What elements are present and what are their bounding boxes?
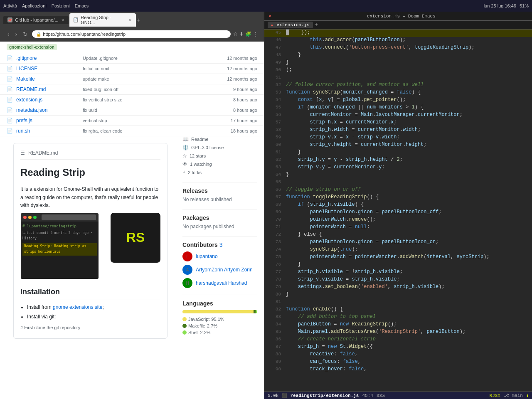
line-content: strip_h.y = y - strip_h.height / 2;: [286, 157, 529, 163]
browser-tab-github[interactable]: 🐙 GitHub - lupantano/... ✕: [3, 16, 69, 24]
contributor-name-3[interactable]: harshadgavali Harshad: [196, 280, 247, 286]
file-commit: fix uuid: [83, 108, 216, 113]
lock-icon: 🔒: [36, 32, 41, 37]
forward-button[interactable]: ›: [14, 30, 19, 38]
code-line-61: 61 }: [264, 149, 532, 157]
contributor-1[interactable]: L lupantano: [182, 251, 257, 261]
code-line-54: 54 const [x, y] = global.get_pointer();: [264, 97, 532, 104]
modeline-error-icon: ⬛: [282, 393, 287, 398]
browser-tab-reading[interactable]: 📄 Reading Strip - GNO... ✕: [69, 13, 136, 27]
code-line-51: 51: [264, 74, 532, 82]
code-line-71: 71 pointerWatch = null;: [264, 224, 532, 232]
file-name[interactable]: run.sh: [16, 128, 83, 134]
avatar-artyom: A: [182, 265, 192, 275]
file-name[interactable]: extension.js: [16, 97, 83, 103]
code-line-87: 87 strip_h = new St.Widget({: [264, 344, 532, 351]
readme-section: ☰ README.md Reading Strip It is a extens…: [13, 143, 167, 339]
contributor-3[interactable]: H harshadgavali Harshad: [182, 278, 257, 288]
file-name[interactable]: LICENSE: [16, 66, 83, 71]
file-time: 8 hours ago: [216, 97, 257, 102]
readme-body: Reading Strip It is a extension for Gnom…: [20, 165, 160, 332]
emacs-modeline: 5.0k ⬛ readingstrip/extension.js 45:4 38…: [264, 392, 532, 399]
file-name[interactable]: Makefile: [16, 76, 83, 82]
line-number: 66: [268, 187, 281, 192]
line-content: function enable() {: [286, 306, 529, 312]
sidebar-license[interactable]: ⚖️ GPL-3.0 license: [182, 145, 257, 150]
line-content: strip_v.y = currentMonitor.y;: [286, 164, 529, 170]
sidebar-watching[interactable]: 👁 1 watching: [182, 161, 257, 167]
file-name[interactable]: metadata.json: [16, 107, 83, 113]
gnome-extensions-link[interactable]: gnome extensions site: [53, 304, 102, 310]
extension-icon[interactable]: 🧩: [245, 31, 251, 37]
line-content: }: [286, 52, 529, 58]
applications-btn[interactable]: Applicazioni: [22, 3, 47, 8]
file-name[interactable]: prefs.js: [16, 118, 83, 123]
code-line-90: 90 track_hover: false,: [264, 366, 532, 374]
line-content: strip_h.width = currentMonitor.width;: [286, 127, 529, 133]
line-number: 46: [268, 37, 281, 42]
contributor-2[interactable]: A ArtyomZorin Artyom Zorin: [182, 265, 257, 275]
code-line-49: 49 }: [264, 59, 532, 67]
list-item: Install via git:: [27, 313, 160, 321]
line-content: if (strip_h.visible) {: [286, 202, 529, 207]
repo-badge[interactable]: gnome-shell-extension: [7, 44, 57, 50]
about-section: 📖 Readme ⚖️ GPL-3.0 license ☆ 12 stars: [182, 136, 257, 175]
file-commit: update make: [83, 76, 216, 81]
new-tab-button[interactable]: +: [137, 17, 140, 23]
code-line-47: 47 this.connect('button-press-event', to…: [264, 44, 532, 52]
tab-close-github[interactable]: ✕: [61, 18, 64, 22]
lang-name-makefile: Makefile: [188, 323, 205, 328]
file-icon: 📄: [7, 118, 13, 123]
readme-header: ☰ README.md: [20, 150, 160, 160]
code-line-81: 81: [264, 299, 532, 306]
emacs-menu[interactable]: Emacs: [75, 3, 89, 8]
line-number: 52: [268, 82, 281, 87]
code-line-76: 76 }: [264, 261, 532, 269]
sidebar-stars-count: 12 stars: [190, 153, 206, 158]
download-icon[interactable]: ⬇: [239, 31, 244, 37]
activities-btn[interactable]: Attività: [3, 3, 17, 8]
code-line-66: 66 // toggle strip on or off: [264, 187, 532, 194]
tab-close-reading[interactable]: ✕: [128, 18, 132, 22]
contributor-name-2[interactable]: ArtyomZorin Artyom Zorin: [196, 267, 253, 273]
code-line-57: 57 strip_h.x = currentMonitor.x;: [264, 119, 532, 127]
emacs-close-btn[interactable]: ✕: [268, 14, 271, 19]
modeline-mode: RJSX: [490, 393, 500, 398]
emacs-tab-extension[interactable]: ● extension.js: [268, 22, 313, 28]
modeline-branch: ⎇ main: [504, 393, 523, 398]
emacs-tab-label: extension.js: [276, 22, 309, 27]
positions-btn[interactable]: Posizioni: [52, 3, 70, 8]
code-line-67: 67 function toggleReadingStrip() {: [264, 194, 532, 202]
back-button[interactable]: ‹: [6, 30, 11, 38]
file-time: 12 months ago: [216, 56, 257, 61]
address-bar[interactable]: 🔒 https://github.com/lupantano/readingst…: [32, 30, 231, 38]
lang-dot-makefile: [182, 324, 187, 328]
gh-main: ☰ README.md Reading Strip It is a extens…: [7, 136, 174, 345]
line-content: Main.panel.addToStatusArea('ReadingStrip…: [286, 329, 529, 335]
tab-title-reading: Reading Strip - GNO...: [81, 15, 126, 25]
file-name[interactable]: .gitignore: [16, 55, 83, 61]
sidebar-forks-count: 2 forks: [188, 170, 202, 175]
line-number: 55: [268, 104, 281, 110]
emacs-new-tab-btn[interactable]: +: [315, 22, 318, 28]
bookmark-icon[interactable]: ☆: [233, 31, 238, 37]
contributor-name-1[interactable]: lupantano: [196, 254, 218, 259]
line-content: }: [286, 172, 529, 177]
menu-icon[interactable]: ⋮: [253, 31, 258, 37]
contributors-section: Contributors 3 L lupantano A ArtyomZorin…: [182, 236, 257, 288]
lang-item-shell: Shell 2.2%: [182, 330, 257, 335]
sidebar-readme[interactable]: 📖 Readme: [182, 136, 257, 142]
file-name[interactable]: README.md: [16, 86, 83, 92]
sidebar-stars[interactable]: ☆ 12 stars: [182, 153, 257, 159]
fork-icon: ⑂: [182, 170, 185, 175]
emacs-window-controls: ✕: [268, 13, 275, 19]
file-commit: fixed bug: icon off: [83, 87, 216, 92]
reload-button[interactable]: ↻: [21, 30, 30, 38]
sidebar-forks[interactable]: ⑂ 2 forks: [182, 170, 257, 175]
file-time: 18 hours ago: [216, 128, 257, 133]
releases-empty: No releases published: [182, 197, 257, 202]
tab-favicon-reading: 📄: [74, 17, 79, 22]
line-number: 77: [268, 269, 281, 274]
line-number: 79: [268, 284, 281, 289]
line-content: track_hover: false,: [286, 366, 529, 372]
